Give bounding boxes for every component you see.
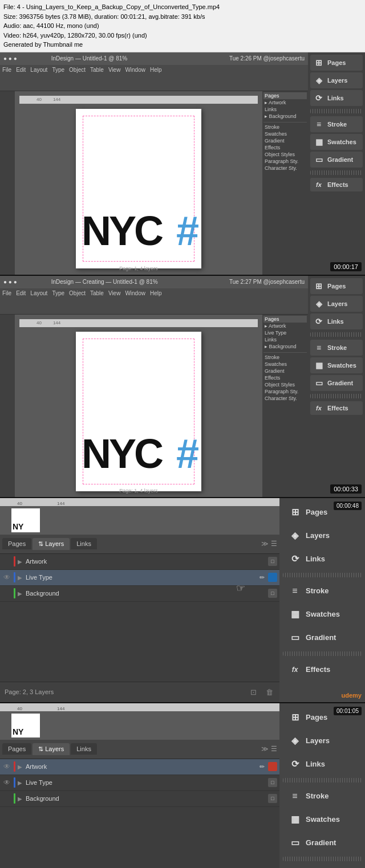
layer-icons-livetype-2: □ — [268, 778, 277, 787]
tab-pages-1[interactable]: Pages — [2, 538, 31, 549]
stroke-panel-btn-2[interactable]: ≡ Stroke — [310, 340, 363, 356]
stroke-icon-2: ≡ — [314, 343, 324, 352]
footer-text-1: Page: 2, 3 Layers — [5, 688, 243, 695]
effects-icon-btn-1: fx — [289, 663, 301, 676]
udemy-mark-1: udemy — [342, 692, 362, 699]
layers-icon-btn-2: ◈ — [289, 735, 301, 747]
links-button-2[interactable]: ⟳ Links — [283, 753, 362, 775]
eye-livetype-2[interactable]: 👁 — [2, 779, 11, 787]
layer-row-livetype-2[interactable]: 👁 ▶ Live Type □ — [0, 775, 279, 791]
pages-panel-btn-2[interactable]: ⊞ Pages — [310, 278, 363, 294]
swatches-label-1: Swatches — [327, 138, 356, 145]
layer-row-artwork-2[interactable]: 👁 ▶ Artwork ✏ — [0, 759, 279, 775]
links-btn-label-2: Links — [306, 760, 325, 768]
timestamp-2: 00:00:33 — [330, 484, 362, 494]
footer-page-icon-1[interactable]: ⊡ — [248, 686, 259, 698]
effects-panel-btn-2[interactable]: fx Effects — [310, 401, 363, 415]
file-info-line5: Generated by Thumbnail me — [3, 40, 362, 50]
livetype-lock-2[interactable]: □ — [268, 778, 277, 787]
pages-label-2: Pages — [327, 283, 346, 290]
pages-label-1: Pages — [327, 59, 346, 66]
video-frame-2: ● ● ● InDesign — Creating — Untitled-1 @… — [0, 275, 365, 497]
tab-layers-2[interactable]: ⇅ Layers — [33, 743, 70, 755]
layer-icons-artwork-1: □ — [268, 557, 277, 566]
layer-row-background-2[interactable]: ▶ Background □ — [0, 791, 279, 807]
gradient-panel-btn-2[interactable]: ▭ Gradient — [310, 375, 363, 391]
color-artwork-1 — [14, 556, 15, 567]
expand-artwork-1[interactable]: ▶ — [18, 559, 23, 565]
swatches-btn-label-2: Swatches — [306, 815, 340, 824]
pages-panel-btn-1[interactable]: ⊞ Pages — [310, 55, 363, 71]
tab-layers-1[interactable]: ⇅ Layers — [33, 538, 70, 550]
layers-tabs-1: Pages ⇅ Layers Links ≫ ☰ — [0, 535, 279, 554]
gradient-btn-label-2: Gradient — [306, 838, 336, 847]
expand-livetype-1[interactable]: ▶ — [18, 574, 23, 581]
right-panel-sidebar-1: ⊞ Pages ◈ Layers ⟳ Links ≡ Stroke ▦ Swat… — [279, 498, 365, 702]
gradient-button-1[interactable]: ▭ Gradient — [283, 627, 362, 649]
background-lock-2[interactable]: □ — [268, 794, 277, 803]
pages-btn-label-1: Pages — [306, 508, 327, 516]
gradient-button-2[interactable]: ▭ Gradient — [283, 832, 362, 854]
layers-button-1[interactable]: ◈ Layers — [283, 525, 362, 547]
pages-icon-1: ⊞ — [314, 58, 324, 67]
tab-links-2[interactable]: Links — [71, 743, 97, 755]
eye-artwork-2[interactable]: 👁 — [2, 763, 11, 771]
right-sidebar-1: ⊞ Pages ◈ Layers ⟳ Links ≡ Stroke ▦ Swat… — [308, 52, 365, 275]
expand-artwork-2[interactable]: ▶ — [18, 764, 23, 770]
layers-icon-btn-1: ◈ — [289, 529, 301, 542]
background-lock-1[interactable]: □ — [268, 589, 277, 598]
layer-name-artwork-2: Artwork — [26, 763, 255, 770]
swatches-label-2: Swatches — [327, 362, 356, 369]
swatches-button-1[interactable]: ▦ Swatches — [283, 604, 362, 625]
effects-icon-1: fx — [314, 181, 324, 188]
effects-button-1[interactable]: fx Effects — [283, 659, 362, 680]
layers-label-2: Layers — [327, 300, 347, 307]
grip-divider-1b — [310, 170, 363, 175]
app-titlebar-1: ● ● ● InDesign — Untitled-1 @ 81% Tue 2:… — [0, 52, 308, 65]
swatches-panel-btn-2[interactable]: ▦ Swatches — [310, 357, 363, 373]
gradient-icon-2: ▭ — [314, 378, 324, 388]
layer-row-artwork-1[interactable]: ▶ Artwork □ — [0, 554, 279, 570]
layer-name-livetype-2: Live Type — [26, 779, 266, 786]
tab-pages-2[interactable]: Pages — [2, 743, 31, 755]
layers-panel-btn-1[interactable]: ◈ Layers — [310, 72, 363, 88]
livetype-color-1[interactable] — [268, 573, 277, 582]
links-button-1[interactable]: ⟳ Links — [283, 548, 362, 570]
app-toolbar-1 — [0, 75, 308, 91]
app-right-panel-2: Pages ▸ Artwork Live Type Links ▸ Backgr… — [262, 315, 308, 497]
footer-trash-icon-1[interactable]: 🗑 — [263, 686, 275, 698]
links-label-1: Links — [327, 95, 344, 101]
layers-button-2[interactable]: ◈ Layers — [283, 730, 362, 752]
stroke-button-2[interactable]: ≡ Stroke — [283, 785, 362, 807]
layers-content-2: 👁 ▶ Artwork ✏ 👁 ▶ Live Type □ — [0, 759, 279, 869]
layers-label-1: Layers — [327, 77, 347, 84]
livetype-pen-1[interactable]: ✏ — [257, 573, 266, 582]
stroke-panel-btn-1[interactable]: ≡ Stroke — [310, 116, 363, 132]
eye-livetype-1[interactable]: 👁 — [2, 573, 11, 581]
grip-divider-2b — [310, 394, 363, 398]
gradient-panel-btn-1[interactable]: ▭ Gradient — [310, 152, 363, 168]
effects-panel-btn-1[interactable]: fx Effects — [310, 178, 363, 191]
links-panel-btn-2[interactable]: ⟳ Links — [310, 313, 363, 329]
pages-icon-btn-2: ⊞ — [289, 711, 301, 724]
canvas-area-2: 40 144 NYC # Page: 1, 4 layers — [15, 315, 262, 497]
tab-links-1[interactable]: Links — [71, 538, 97, 549]
swatches-icon-2: ▦ — [314, 361, 324, 370]
layers-panel-btn-2[interactable]: ◈ Layers — [310, 296, 363, 312]
effects-button-2[interactable]: fx Effects — [283, 864, 362, 869]
gradient-icon-btn-1: ▭ — [289, 631, 301, 644]
stroke-btn-label-1: Stroke — [306, 586, 328, 595]
artwork-color-2[interactable] — [268, 762, 277, 771]
swatches-panel-btn-1[interactable]: ▦ Swatches — [310, 134, 363, 150]
expand-livetype-2[interactable]: ▶ — [18, 780, 23, 786]
app-right-panel-1: Pages ▸ Artwork Links ▸ Background Strok… — [262, 91, 308, 275]
tools-panel-1 — [0, 91, 15, 275]
layer-name-background-1: Background — [26, 590, 266, 597]
expand-background-2[interactable]: ▶ — [18, 796, 23, 802]
expand-background-1[interactable]: ▶ — [18, 590, 23, 597]
artwork-pen-2[interactable]: ✏ — [257, 762, 266, 771]
stroke-button-1[interactable]: ≡ Stroke — [283, 580, 362, 602]
links-panel-btn-1[interactable]: ⟳ Links — [310, 90, 363, 106]
swatches-button-2[interactable]: ▦ Swatches — [283, 809, 362, 830]
artwork-lock-1[interactable]: □ — [268, 557, 277, 566]
